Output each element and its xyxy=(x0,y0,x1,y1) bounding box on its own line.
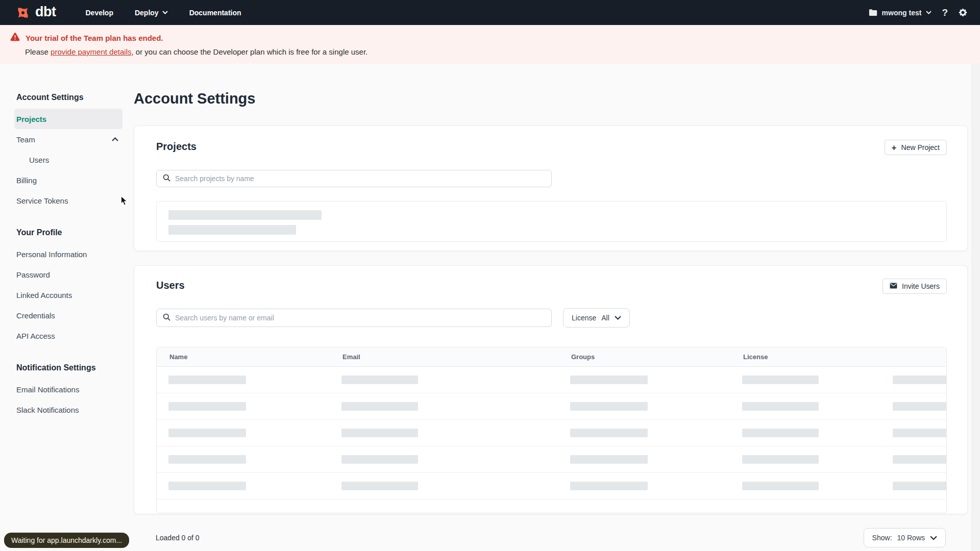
sidebar-item-slack-notifications[interactable]: Slack Notifications xyxy=(14,399,122,420)
table-row xyxy=(157,393,946,420)
users-table-header: NameEmailGroupsLicense xyxy=(157,347,946,367)
rows-per-page-dropdown[interactable]: Show: 10 Rows xyxy=(864,528,946,547)
chevron-down-icon xyxy=(162,11,168,14)
sidebar-item-credentials[interactable]: Credentials xyxy=(14,305,122,325)
envelope-icon xyxy=(890,282,897,290)
help-icon[interactable]: ? xyxy=(942,7,948,18)
nav-item-label: Documentation xyxy=(189,9,241,17)
account-switcher[interactable]: mwong test xyxy=(869,9,932,17)
users-table: NameEmailGroupsLicense xyxy=(156,347,947,513)
sidebar-item-label: Team xyxy=(16,135,35,144)
sidebar-item-label: Linked Accounts xyxy=(16,291,72,299)
search-icon xyxy=(163,174,170,184)
sidebar-item-linked-accounts[interactable]: Linked Accounts xyxy=(14,285,122,305)
sidebar-item-label: Slack Notifications xyxy=(16,406,79,414)
users-search xyxy=(156,309,552,327)
navbar-right: mwong test ? xyxy=(869,7,968,18)
sidebar-item-label: Projects xyxy=(16,115,46,123)
sidebar-item-users[interactable]: Users xyxy=(14,149,122,170)
browser-status-text: Waiting for app.launchdarkly.com... xyxy=(4,533,129,548)
table-row xyxy=(157,473,946,499)
skeleton-bar xyxy=(341,429,418,437)
sidebar-item-label: Credentials xyxy=(16,311,55,320)
sidebar-item-team[interactable]: Team xyxy=(14,129,122,149)
sidebar-item-label: Service Tokens xyxy=(16,196,68,205)
sidebar: Account SettingsProjectsTeamUsersBilling… xyxy=(0,64,134,547)
provide-payment-details-link[interactable]: provide payment details xyxy=(51,47,131,56)
license-filter-dropdown[interactable]: License All xyxy=(563,308,630,328)
sidebar-item-personal-information[interactable]: Personal Information xyxy=(14,244,122,264)
nav-links: Develop Deploy Documentation xyxy=(85,9,241,17)
skeleton-bar xyxy=(168,225,296,235)
dbt-logo-text: dbt xyxy=(35,5,56,20)
users-table-body xyxy=(157,367,946,499)
sidebar-item-billing[interactable]: Billing xyxy=(14,170,122,190)
skeleton-bar xyxy=(168,455,246,464)
sidebar-item-label: Password xyxy=(16,270,50,279)
skeleton-bar xyxy=(168,429,246,437)
skeleton-bar xyxy=(341,402,418,411)
skeleton-bar xyxy=(742,429,819,437)
chevron-down-icon xyxy=(615,316,621,320)
nav-item-label: Develop xyxy=(85,9,113,17)
column-header-license: License xyxy=(742,353,893,361)
users-card: Users Invite Users License All xyxy=(134,265,968,514)
nav-item-label: Deploy xyxy=(135,9,159,17)
skeleton-bar xyxy=(742,402,819,411)
skeleton-bar xyxy=(893,455,946,464)
nav-item-documentation[interactable]: Documentation xyxy=(189,9,241,17)
skeleton-bar xyxy=(570,482,648,490)
nav-item-deploy[interactable]: Deploy xyxy=(135,9,168,17)
users-search-input[interactable] xyxy=(175,314,545,322)
skeleton-bar xyxy=(742,375,819,384)
show-value: 10 Rows xyxy=(897,534,925,542)
sidebar-item-service-tokens[interactable]: Service Tokens xyxy=(14,190,122,211)
nav-item-develop[interactable]: Develop xyxy=(85,9,113,17)
sidebar-item-label: Email Notifications xyxy=(16,385,79,394)
skeleton-bar xyxy=(570,375,648,384)
projects-loading-skeleton xyxy=(156,201,947,242)
skeleton-bar xyxy=(893,482,946,490)
sidebar-item-projects[interactable]: Projects xyxy=(14,109,122,129)
skeleton-bar xyxy=(742,455,819,464)
skeleton-bar xyxy=(341,375,418,384)
sidebar-heading-account-settings: Account Settings xyxy=(16,92,134,103)
sidebar-item-api-access[interactable]: API Access xyxy=(14,325,122,346)
license-filter-label: License xyxy=(572,314,596,322)
skeleton-bar xyxy=(168,210,322,220)
table-row xyxy=(157,446,946,473)
loaded-count-text: Loaded 0 of 0 xyxy=(156,534,200,542)
invite-users-button[interactable]: Invite Users xyxy=(883,279,947,294)
warning-icon xyxy=(10,32,20,43)
sidebar-heading-notification-settings: Notification Settings xyxy=(16,363,134,373)
skeleton-bar xyxy=(570,429,648,437)
projects-search-input[interactable] xyxy=(175,174,545,183)
page-scrollbar[interactable] xyxy=(972,64,980,551)
banner-body-suffix: , or you can choose the Developer plan w… xyxy=(131,47,368,56)
sidebar-item-label: API Access xyxy=(16,332,55,340)
new-project-button[interactable]: + New Project xyxy=(885,140,947,155)
sidebar-item-email-notifications[interactable]: Email Notifications xyxy=(14,379,122,399)
skeleton-bar xyxy=(168,402,246,411)
sidebar-item-label: Users xyxy=(29,156,49,164)
users-section-title: Users xyxy=(156,279,185,292)
invite-users-label: Invite Users xyxy=(902,282,940,290)
table-row xyxy=(157,420,946,446)
projects-section-title: Projects xyxy=(156,140,197,153)
top-navbar: dbt Develop Deploy Documentation mwong t… xyxy=(0,0,980,25)
skeleton-bar xyxy=(893,429,946,437)
account-name: mwong test xyxy=(882,9,922,17)
sidebar-item-label: Billing xyxy=(16,176,37,185)
skeleton-bar xyxy=(570,455,648,464)
banner-body-prefix: Please xyxy=(25,47,51,56)
new-project-label: New Project xyxy=(901,143,940,152)
dbt-logo[interactable]: dbt xyxy=(15,5,56,20)
skeleton-bar xyxy=(570,402,648,411)
gear-icon[interactable] xyxy=(958,8,968,17)
banner-title: Your trial of the Team plan has ended. xyxy=(26,34,163,42)
chevron-down-icon xyxy=(930,536,937,540)
folder-icon xyxy=(869,9,877,16)
sidebar-heading-your-profile: Your Profile xyxy=(16,228,134,238)
skeleton-bar xyxy=(893,375,946,384)
sidebar-item-password[interactable]: Password xyxy=(14,264,122,285)
